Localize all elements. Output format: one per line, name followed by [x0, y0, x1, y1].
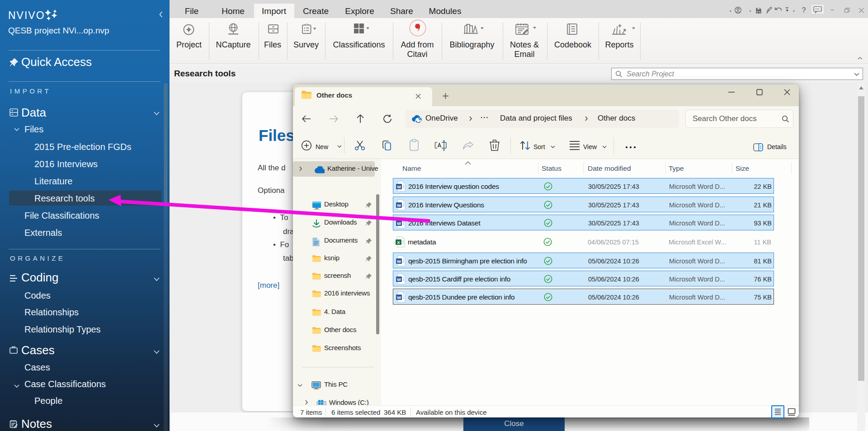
svg-text:?: ?: [802, 6, 806, 14]
svg-text:W: W: [397, 184, 401, 189]
svg-text:W: W: [397, 276, 401, 281]
svg-text:X: X: [397, 239, 400, 244]
svg-text:W: W: [397, 258, 401, 263]
svg-text:W: W: [397, 221, 401, 226]
svg-text:W: W: [397, 202, 401, 207]
svg-text:W: W: [397, 295, 401, 300]
